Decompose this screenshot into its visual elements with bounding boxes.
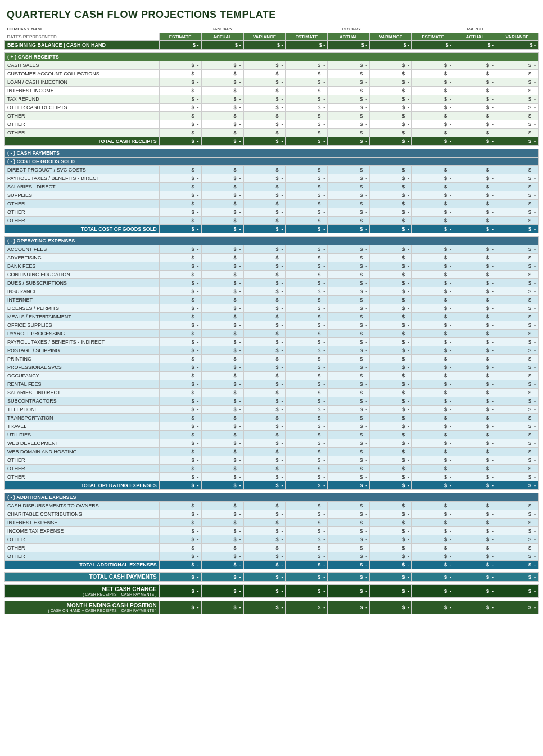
customer-collections-label: CUSTOMER ACCOUNT COLLECTIONS [5, 70, 160, 78]
licenses-row: LICENSES / PERMITS $ -$ -$ - $ -$ -$ - $… [5, 304, 539, 313]
other-3-receipts-label: OTHER [5, 129, 160, 137]
add-other3-label: OTHER [5, 552, 160, 561]
transportation-row: TRANSPORTATION $ -$ -$ - $ -$ -$ - $ -$ … [5, 414, 539, 422]
loan-injection-row: LOAN / CASH INJECTION $ -$ -$ - $ -$ -$ … [5, 78, 539, 87]
tcr-mar-est[interactable]: $ - [412, 137, 454, 146]
tcr-feb-act[interactable]: $ - [328, 137, 370, 146]
op-other2-label: OTHER [5, 465, 160, 473]
beginning-balance-label: BEGINNING BALANCE | CASH ON HAND [5, 41, 160, 50]
web-domain-row: WEB DOMAIN AND HOSTING $ -$ -$ - $ -$ -$… [5, 448, 539, 456]
tcr-jan-est[interactable]: $ - [159, 137, 201, 146]
cash-flow-table: COMPANY NAME JANUARY FEBRUARY MARCH DATE… [4, 25, 539, 614]
subcontractors-label: SUBCONTRACTORS [5, 397, 160, 406]
other-2-receipts-row: OTHER $ -$ -$ - $ -$ -$ - $ -$ -$ - [5, 120, 539, 129]
cs-jan-est[interactable]: $ - [159, 61, 201, 70]
subcontractors-row: SUBCONTRACTORS $ -$ -$ - $ -$ -$ - $ -$ … [5, 397, 539, 406]
advertising-row: ADVERTISING $ -$ -$ - $ -$ -$ - $ -$ -$ … [5, 254, 539, 262]
add-other1-row: OTHER $ -$ -$ - $ -$ -$ - $ -$ -$ - [5, 536, 539, 544]
cs-mar-var[interactable]: $ - [496, 61, 538, 70]
loan-injection-label: LOAN / CASH INJECTION [5, 78, 160, 87]
total-operating-label: TOTAL OPERATING EXPENSES [5, 482, 160, 490]
op-other3-label: OTHER [5, 473, 160, 482]
bb-jan-act[interactable]: $ - [201, 41, 243, 50]
income-tax-row: INCOME TAX EXPENSE $ -$ -$ - $ -$ -$ - $… [5, 527, 539, 536]
web-domain-label: WEB DOMAIN AND HOSTING [5, 448, 160, 456]
dates-label: DATES REPRESENTED [5, 33, 160, 41]
bb-feb-var[interactable]: $ - [370, 41, 412, 50]
tcr-jan-var[interactable]: $ - [243, 137, 286, 146]
dues-subscriptions-label: DUES / SUBSCRIPTIONS [5, 279, 160, 287]
cash-sales-label: CASH SALES [5, 61, 160, 70]
tcr-jan-act[interactable]: $ - [201, 137, 243, 146]
bank-fees-label: BANK FEES [5, 262, 160, 271]
supplies-label: SUPPLIES [5, 191, 160, 200]
cogs-header-row: ( - ) COST OF GOODS SOLD [5, 158, 539, 166]
income-tax-label: INCOME TAX EXPENSE [5, 527, 160, 536]
bb-mar-act[interactable]: $ - [454, 41, 496, 50]
charitable-row: CHARITABLE CONTRIBUTIONS $ -$ -$ - $ -$ … [5, 510, 539, 519]
cogs-other2-label: OTHER [5, 208, 160, 217]
bb-jan-est[interactable]: $ - [159, 41, 201, 50]
bb-mar-est[interactable]: $ - [412, 41, 454, 50]
charitable-label: CHARITABLE CONTRIBUTIONS [5, 510, 160, 519]
bb-feb-act[interactable]: $ - [328, 41, 370, 50]
travel-row: TRAVEL $ -$ -$ - $ -$ -$ - $ -$ -$ - [5, 422, 539, 431]
other-cash-receipts-label: OTHER CASH RECEIPTS [5, 104, 160, 112]
mar-estimate-header: ESTIMATE [412, 33, 454, 41]
tcr-feb-var[interactable]: $ - [370, 137, 412, 146]
cash-disbursements-row: CASH DISBURSEMENTS TO OWNERS $ -$ -$ - $… [5, 502, 539, 510]
payroll-processing-label: PAYROLL PROCESSING [5, 330, 160, 338]
total-cogs-row: TOTAL COST OF GOODS SOLD $ -$ -$ - $ -$ … [5, 225, 539, 233]
jan-variance-header: VARIANCE [243, 33, 286, 41]
add-other2-label: OTHER [5, 544, 160, 552]
payroll-taxes-direct-label: PAYROLL TAXES / BENEFITS - DIRECT [5, 174, 160, 183]
jan-actual-header: ACTUAL [201, 33, 243, 41]
page-title: QUARTERLY CASH FLOW PROJECTIONS TEMPLATE [4, 4, 539, 25]
cash-disbursements-label: CASH DISBURSEMENTS TO OWNERS [5, 502, 160, 510]
cs-feb-act[interactable]: $ - [328, 61, 370, 70]
cogs-header-label: ( - ) COST OF GOODS SOLD [5, 158, 539, 166]
total-cash-payments-row: TOTAL CASH PAYMENTS $ -$ -$ - $ -$ -$ - … [5, 573, 539, 582]
bb-jan-var[interactable]: $ - [243, 41, 286, 50]
telephone-label: TELEPHONE [5, 406, 160, 414]
cash-payments-header-row: ( - ) CASH PAYMENTS [5, 149, 539, 158]
cash-receipts-header-label: ( + ) CASH RECEIPTS [5, 53, 539, 61]
total-cash-receipts-row: TOTAL CASH RECEIPTS $ - $ - $ - $ - $ - … [5, 137, 539, 146]
op-other1-label: OTHER [5, 456, 160, 465]
cs-jan-var[interactable]: $ - [243, 61, 286, 70]
operating-header-label: ( - ) OPERATING EXPENSES [5, 237, 539, 245]
other-3-receipts-row: OTHER $ -$ -$ - $ -$ -$ - $ -$ -$ - [5, 129, 539, 137]
tcr-mar-var[interactable]: $ - [496, 137, 538, 146]
op-other2-row: OTHER $ -$ -$ - $ -$ -$ - $ -$ -$ - [5, 465, 539, 473]
bb-feb-est[interactable]: $ - [286, 41, 328, 50]
cs-feb-var[interactable]: $ - [370, 61, 412, 70]
tcr-mar-act[interactable]: $ - [454, 137, 496, 146]
direct-product-row: DIRECT PRODUCT / SVC COSTS $ -$ -$ - $ -… [5, 166, 539, 174]
op-other1-row: OTHER $ -$ -$ - $ -$ -$ - $ -$ -$ - [5, 456, 539, 465]
feb-estimate-header: ESTIMATE [286, 33, 328, 41]
other-1-receipts-row: OTHER $ -$ -$ - $ -$ -$ - $ -$ -$ - [5, 112, 539, 120]
cs-feb-est[interactable]: $ - [286, 61, 328, 70]
cs-mar-est[interactable]: $ - [412, 61, 454, 70]
customer-collections-row: CUSTOMER ACCOUNT COLLECTIONS $ -$ -$ - $… [5, 70, 539, 78]
postage-label: POSTAGE / SHIPPING [5, 346, 160, 355]
cash-sales-row: CASH SALES $ - $ - $ - $ - $ - $ - $ - $… [5, 61, 539, 70]
account-fees-row: ACCOUNT FEES $ -$ -$ - $ -$ -$ - $ -$ -$… [5, 245, 539, 254]
payroll-taxes-indirect-label: PAYROLL TAXES / BENEFITS - INDIRECT [5, 338, 160, 346]
mar-variance-header: VARIANCE [496, 33, 538, 41]
travel-label: TRAVEL [5, 422, 160, 431]
tcr-feb-est[interactable]: $ - [286, 137, 328, 146]
operating-header-row: ( - ) OPERATING EXPENSES [5, 237, 539, 245]
cash-payments-header-label: ( - ) CASH PAYMENTS [5, 149, 539, 158]
total-additional-row: TOTAL ADDITIONAL EXPENSES $ -$ -$ - $ -$… [5, 561, 539, 569]
office-supplies-label: OFFICE SUPPLIES [5, 321, 160, 330]
total-additional-label: TOTAL ADDITIONAL EXPENSES [5, 561, 160, 569]
telephone-row: TELEPHONE $ -$ -$ - $ -$ -$ - $ -$ -$ - [5, 406, 539, 414]
feb-variance-header: VARIANCE [370, 33, 412, 41]
meals-row: MEALS / ENTERTAINMENT $ -$ -$ - $ -$ -$ … [5, 313, 539, 321]
cs-mar-act[interactable]: $ - [454, 61, 496, 70]
tax-refund-row: TAX REFUND $ -$ -$ - $ -$ -$ - $ -$ -$ - [5, 95, 539, 104]
internet-label: INTERNET [5, 296, 160, 304]
cs-jan-act[interactable]: $ - [201, 61, 243, 70]
bb-mar-var[interactable]: $ - [496, 41, 538, 50]
